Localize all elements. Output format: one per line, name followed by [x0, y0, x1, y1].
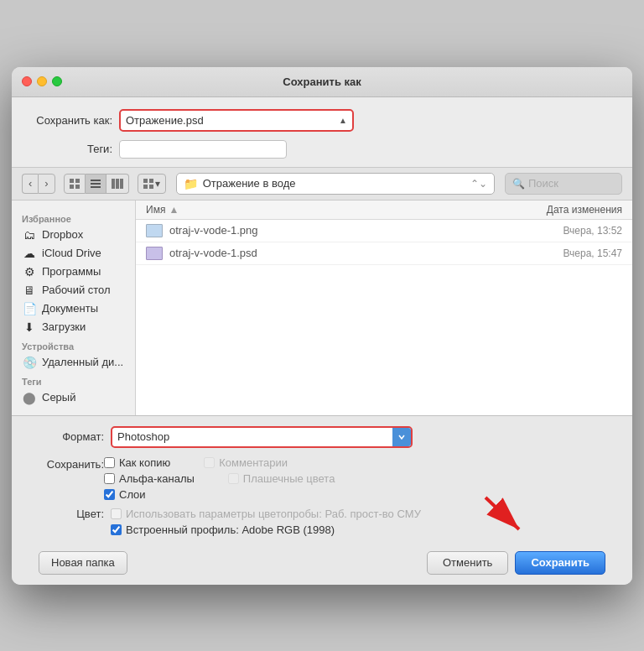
checkbox-comments[interactable]: Комментарии: [204, 456, 288, 469]
checkbox-row-1: Как копию Комментарии: [104, 456, 615, 469]
checkbox-comments-label: Комментарии: [219, 456, 288, 469]
sidebar-item-desktop[interactable]: 🖥 Рабочий стол: [12, 281, 135, 299]
view-list-button[interactable]: [86, 174, 106, 194]
svg-rect-0: [70, 179, 74, 183]
checkbox-alpha-input[interactable]: [104, 473, 115, 484]
sidebar-item-downloads[interactable]: ⬇ Загрузки: [12, 318, 135, 336]
color-option-embedded[interactable]: Встроенный профиль: Adobe RGB (1998): [111, 523, 421, 536]
search-box[interactable]: 🔍 Поиск: [505, 173, 622, 195]
svg-rect-9: [120, 179, 123, 189]
color-option-proof[interactable]: Использовать параметры цветопробы: Раб. …: [111, 508, 421, 520]
icloud-icon: ☁: [22, 247, 37, 260]
color-embedded-label: Встроенный профиль: Adobe RGB (1998): [126, 523, 335, 536]
file-date: Вчера, 13:52: [496, 225, 622, 237]
checkbox-row-2: Альфа-каналы Плашечные цвета: [104, 472, 615, 485]
table-row[interactable]: otraj-v-vode-1.png Вчера, 13:52: [136, 220, 632, 242]
format-label: Формат:: [29, 430, 104, 443]
checkbox-copy-input[interactable]: [104, 457, 115, 468]
col-date-header: Дата изменения: [496, 204, 622, 216]
folder-name: Отражение в воде: [203, 177, 465, 190]
checkbox-spot-label: Плашечные цвета: [243, 472, 335, 485]
svg-rect-11: [149, 179, 153, 183]
minimize-button[interactable]: [37, 76, 47, 86]
color-options: Использовать параметры цветопробы: Раб. …: [111, 508, 421, 536]
save-options-label: Сохранить:: [29, 456, 104, 501]
table-row[interactable]: otraj-v-vode-1.psd Вчера, 15:47: [136, 242, 632, 265]
color-row: Цвет: Использовать параметры цветопробы:…: [29, 508, 615, 536]
sidebar-item-icloud[interactable]: ☁ iCloud Drive: [12, 244, 135, 263]
color-proof-label: Использовать параметры цветопробы: Раб. …: [126, 508, 421, 520]
file-thumbnail-psd: [146, 247, 163, 260]
view-grid-dropdown[interactable]: ▾: [138, 174, 166, 194]
checkbox-alpha[interactable]: Альфа-каналы: [104, 472, 195, 485]
save-options: Сохранить: Как копию Комментарии Аль: [29, 456, 615, 501]
docs-icon: 📄: [22, 302, 37, 315]
file-list: Имя ▲ Дата изменения otraj-v-vode-1.png …: [136, 201, 632, 415]
footer-row: Новая папка Отменить Сохранить: [29, 543, 615, 575]
sidebar-item-dropbox[interactable]: 🗂 Dropbox: [12, 226, 135, 244]
sidebar-dropbox-label: Dropbox: [42, 228, 83, 241]
bottom-panel: Формат: Photoshop Сохранить: Как копию: [12, 415, 632, 585]
sidebar-docs-label: Документы: [42, 302, 98, 315]
save-dialog: Сохранить как Сохранить как: ▲ Теги: ‹ ›: [12, 67, 632, 585]
back-button[interactable]: ‹: [22, 174, 38, 194]
checkbox-copy[interactable]: Как копию: [104, 456, 170, 469]
chevron-up-button[interactable]: ▲: [334, 112, 352, 128]
checkbox-layers-input[interactable]: [104, 489, 115, 500]
traffic-lights: [22, 76, 62, 86]
apps-icon: ⚙: [22, 265, 37, 279]
checkbox-spot-input[interactable]: [228, 473, 239, 484]
dialog-title: Сохранить как: [283, 76, 361, 88]
file-name: otraj-v-vode-1.png: [169, 224, 496, 237]
tags-input[interactable]: [119, 140, 287, 159]
checkboxes-area: Как копию Комментарии Альфа-каналы Плаше…: [104, 456, 615, 501]
checkbox-alpha-label: Альфа-каналы: [119, 472, 195, 485]
sidebar-tags-label: Теги: [12, 372, 135, 388]
cancel-button[interactable]: Отменить: [427, 551, 508, 575]
color-label: Цвет:: [29, 508, 104, 520]
search-icon: 🔍: [512, 178, 525, 190]
svg-rect-6: [91, 186, 101, 188]
view-columns-button[interactable]: [106, 174, 129, 194]
desktop-icon: 🖥: [22, 284, 37, 297]
sidebar-devices-label: Устройства: [12, 336, 135, 353]
sidebar-item-tag-grey[interactable]: ⬤ Серый: [12, 388, 135, 407]
format-select-wrap: Photoshop: [111, 426, 413, 448]
folder-selector[interactable]: 📁 Отражение в воде ⌃⌄: [176, 173, 495, 195]
main-content: Избранное 🗂 Dropbox ☁ iCloud Drive ⚙ Про…: [12, 201, 632, 415]
svg-rect-5: [91, 183, 101, 185]
save-button[interactable]: Сохранить: [515, 551, 605, 575]
tags-row: Теги:: [12, 138, 632, 167]
new-folder-button[interactable]: Новая папка: [39, 551, 127, 575]
title-bar: Сохранить как: [12, 67, 632, 97]
svg-rect-13: [149, 185, 153, 189]
format-row: Формат: Photoshop: [29, 426, 615, 448]
checkbox-layers-label: Слои: [119, 488, 146, 501]
forward-button[interactable]: ›: [38, 174, 55, 194]
checkbox-copy-label: Как копию: [119, 456, 170, 469]
tags-label: Теги:: [29, 143, 112, 155]
color-embedded-input[interactable]: [111, 524, 122, 535]
sidebar-favorites-label: Избранное: [12, 209, 135, 226]
file-thumbnail-png: [146, 224, 163, 237]
checkbox-comments-input[interactable]: [204, 457, 215, 468]
sidebar-item-remote-disk[interactable]: 💿 Удаленный ди...: [12, 353, 135, 372]
checkbox-layers[interactable]: Слои: [104, 488, 146, 501]
file-name: otraj-v-vode-1.psd: [169, 247, 496, 259]
format-select[interactable]: Photoshop: [112, 429, 392, 445]
sidebar: Избранное 🗂 Dropbox ☁ iCloud Drive ⚙ Про…: [12, 201, 136, 415]
sidebar-item-apps[interactable]: ⚙ Программы: [12, 263, 135, 281]
checkbox-row-3: Слои: [104, 488, 615, 501]
maximize-button[interactable]: [52, 76, 62, 86]
view-icon-button[interactable]: [64, 174, 86, 194]
filename-input[interactable]: [121, 111, 334, 130]
checkbox-spot[interactable]: Плашечные цвета: [228, 472, 335, 485]
close-button[interactable]: [22, 76, 32, 86]
svg-rect-2: [70, 185, 74, 189]
svg-rect-4: [91, 180, 101, 181]
svg-rect-8: [116, 179, 119, 189]
color-proof-input[interactable]: [111, 508, 122, 519]
action-buttons: Отменить Сохранить: [427, 551, 605, 575]
svg-rect-1: [75, 179, 80, 183]
sidebar-item-docs[interactable]: 📄 Документы: [12, 299, 135, 318]
